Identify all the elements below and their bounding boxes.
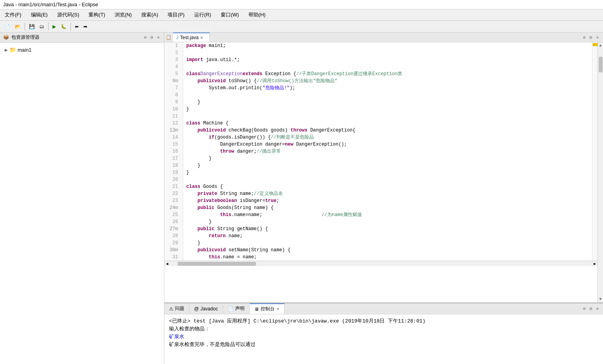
console-terminated: <已终止> test [Java 应用程序] C:\eclipse\jre\bi… <box>169 318 425 324</box>
console-prompt: 输入检查的物品： <box>169 326 210 332</box>
console-line-1: <已终止> test [Java 应用程序] C:\eclipse\jre\bi… <box>169 317 598 325</box>
console-line-4: 矿泉水检查完毕，不是危险品可以通过 <box>169 341 598 349</box>
code-line-9: } <box>186 99 592 106</box>
scroll-right-arrow[interactable]: ▶ <box>592 261 598 266</box>
linenum-30: 30⊟ <box>167 247 180 254</box>
tab-declaration-label: 声明 <box>235 305 245 312</box>
editor-close[interactable]: ✕ <box>595 34 600 40</box>
menu-run[interactable]: 运行(R) <box>193 11 213 19</box>
main-layout: 📦 包资源管理器 ⊖ ⊟ ✕ ▶ 📁 main1 📋 J Test. <box>0 32 603 364</box>
menu-search[interactable]: 搜索(A) <box>140 11 160 19</box>
linenum-15: 15 <box>167 141 180 148</box>
menu-project[interactable]: 项目(P) <box>166 11 186 19</box>
tab-console[interactable]: 🖥 控制台 ✕ <box>250 303 284 314</box>
code-line-8 <box>186 92 592 99</box>
linenum-9: 9 <box>167 99 180 106</box>
linenum-28: 28 <box>167 232 180 240</box>
scroll-thumb-vertical[interactable] <box>599 57 603 72</box>
bottom-close[interactable]: ✕ <box>595 306 600 312</box>
menu-file[interactable]: 文件(F) <box>3 11 23 19</box>
tab-console-label: 控制台 <box>261 306 275 312</box>
editor-right: 1 2 3 4 5 6⊟ 7 8 9 10 11 12 13⊟ 14 <box>164 42 603 303</box>
folder-icon: 📁 <box>9 47 16 53</box>
toolbar-open[interactable]: 📂 <box>13 23 23 31</box>
code-line-20 <box>186 176 592 183</box>
code-content: 1 2 3 4 5 6⊟ 7 8 9 10 11 12 13⊟ 14 <box>164 42 598 261</box>
linenum-21: 21 <box>167 183 180 190</box>
code-line-18: } <box>186 162 592 169</box>
menu-refactor[interactable]: 重构(T) <box>87 11 107 19</box>
console-input: 矿泉水 <box>169 334 184 340</box>
editor-minimize[interactable]: ⊖ <box>582 34 587 40</box>
linenum-20: 20 <box>167 176 180 183</box>
code-lines[interactable]: package main1; import java.util.*; class… <box>183 42 592 261</box>
menu-edit[interactable]: 编辑(E) <box>29 11 49 19</box>
linenum-8: 8 <box>167 92 180 99</box>
sidebar-restore[interactable]: ⊟ <box>149 34 155 40</box>
sidebar-close[interactable]: ✕ <box>156 34 161 40</box>
toolbar-run[interactable]: ▶ <box>50 23 58 31</box>
tree-label-main1: main1 <box>18 47 31 53</box>
scroll-up-arrow[interactable]: ▲ <box>598 42 603 49</box>
toolbar-next[interactable]: ➡ <box>81 23 89 31</box>
toolbar-save[interactable]: 💾 <box>27 23 37 31</box>
toolbar-debug[interactable]: 🐛 <box>59 23 68 31</box>
tab-close-btn[interactable]: ✕ <box>200 36 203 40</box>
console-tab-close[interactable]: ✕ <box>276 307 279 311</box>
bottom-minimize[interactable]: ⊖ <box>582 306 587 312</box>
code-line-13: public void checkBag(Goods goods) throws… <box>186 127 592 134</box>
code-line-6: public void toShow() {//调用toShow()方法输出"危… <box>186 77 592 85</box>
linenum-3: 3 <box>167 56 180 63</box>
tab-problems[interactable]: ⚠ 问题 <box>164 304 189 314</box>
toolbar-prev[interactable]: ⬅ <box>73 23 81 31</box>
package-explorer-icon: 📦 <box>3 34 9 40</box>
code-line-11 <box>186 113 592 120</box>
linenum-14: 14 <box>167 134 180 141</box>
menu-navigate[interactable]: 浏览(N) <box>113 11 133 19</box>
bottom-maximize[interactable]: ⊟ <box>589 306 594 312</box>
menu-bar: 文件(F) 编辑(E) 源代码(S) 重构(T) 浏览(N) 搜索(A) 项目(… <box>0 9 603 21</box>
code-line-26: } <box>186 218 592 225</box>
code-line-25: this.name=name; //为name属性赋值 <box>186 211 592 218</box>
linenum-23: 23 <box>167 197 180 204</box>
linenum-17: 17 <box>167 155 180 162</box>
code-line-5: class DangerException extends Exception … <box>186 70 592 77</box>
code-line-30: public void setName(String name) { <box>186 247 592 254</box>
window-title: Java - main1/src/main1/Test.java - Eclip… <box>3 2 98 7</box>
code-line-17: } <box>186 155 592 162</box>
console-line-2: 输入检查的物品： <box>169 325 598 333</box>
menu-window[interactable]: 窗口(W) <box>219 11 241 19</box>
line-numbers: 1 2 3 4 5 6⊟ 7 8 9 10 11 12 13⊟ 14 <box>164 42 183 261</box>
tab-declaration[interactable]: 📄 声明 <box>223 304 250 314</box>
menu-help[interactable]: 帮助(H) <box>247 11 267 19</box>
tab-controls-left: 📋 <box>164 34 173 41</box>
toolbar-save-all[interactable]: 🗂 <box>38 23 46 31</box>
linenum-12: 12 <box>167 120 180 127</box>
editor-maximize[interactable]: ⊟ <box>589 34 594 40</box>
tab-javadoc[interactable]: @ Javadoc <box>189 305 223 313</box>
code-line-14: if(goods.isDanger()) {//判断是不是危险品 <box>186 134 592 141</box>
declaration-icon: 📄 <box>228 306 234 312</box>
code-line-21: class Goods { <box>186 183 592 190</box>
menu-source[interactable]: 源代码(S) <box>56 11 81 19</box>
code-editor[interactable]: 1 2 3 4 5 6⊟ 7 8 9 10 11 12 13⊟ 14 <box>164 42 598 303</box>
toolbar-new[interactable]: 📄 <box>2 23 12 31</box>
linenum-22: 22 <box>167 190 180 197</box>
linenum-26: 26 <box>167 218 180 225</box>
scroll-thumb-horizontal[interactable] <box>178 262 256 266</box>
linenum-27: 27⊟ <box>167 225 180 232</box>
editor-tab-testjava[interactable]: J Test.java ✕ <box>173 32 210 42</box>
scroll-left-arrow[interactable]: ◀ <box>164 261 170 266</box>
sidebar-minimize[interactable]: ⊖ <box>143 34 148 40</box>
vertical-scrollbar[interactable]: ▲ ▼ <box>598 42 603 303</box>
scroll-down-arrow[interactable]: ▼ <box>598 296 603 303</box>
editor-tab-controls-right: ⊖ ⊟ ✕ <box>579 34 603 41</box>
code-line-16: throw danger;//抛出异常 <box>186 148 592 155</box>
horizontal-scrollbar[interactable]: ◀ ▶ <box>164 261 598 266</box>
tab-problems-label: 问题 <box>175 305 184 312</box>
bottom-panel: ⚠ 问题 @ Javadoc 📄 声明 🖥 控制台 ✕ ⊖ <box>164 303 603 364</box>
title-bar: Java - main1/src/main1/Test.java - Eclip… <box>0 0 603 9</box>
linenum-31: 31 <box>167 254 180 261</box>
tree-item-main1[interactable]: ▶ 📁 main1 <box>3 46 161 54</box>
tree-arrow: ▶ <box>5 48 8 52</box>
